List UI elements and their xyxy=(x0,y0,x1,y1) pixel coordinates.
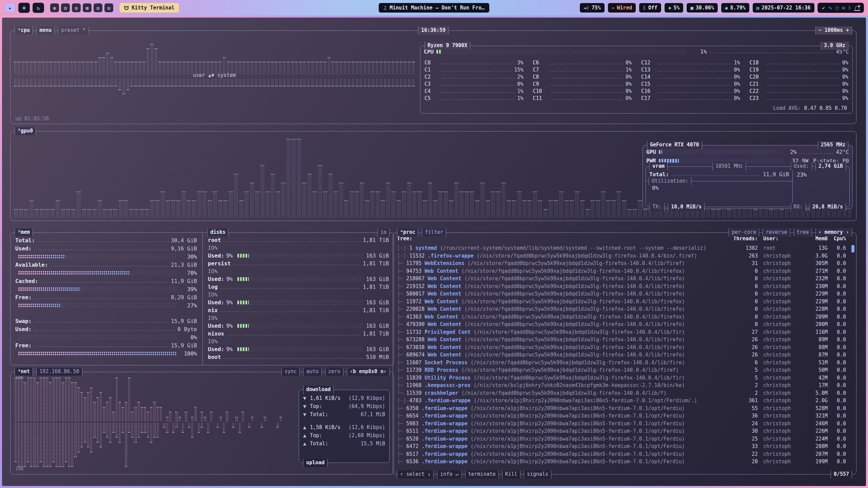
process-row[interactable]: ├─ 220028 Web Content (/nix/store/fqadd0… xyxy=(397,305,851,313)
net-zero-toggle[interactable]: zero xyxy=(325,368,343,376)
scrollbar-thumb[interactable] xyxy=(851,245,854,252)
net-sync-toggle[interactable]: sync xyxy=(281,368,300,376)
process-row[interactable]: ├─ 6536 .ferdium-wrappe (/nix/store/a1pj… xyxy=(397,458,851,465)
preset-button[interactable]: preset * xyxy=(58,26,88,35)
process-threads: 0 xyxy=(727,298,758,306)
process-pid: 11795 xyxy=(406,260,421,266)
process-row[interactable]: ├─ 580017 Web Content (/nix/store/fqadd0… xyxy=(397,290,851,298)
tool-button-4[interactable]: ▦ xyxy=(83,3,92,12)
process-row[interactable]: ├─ 219152 Web Content (/nix/store/fqadd0… xyxy=(397,283,851,290)
module-bluetooth[interactable]: ᛒOff xyxy=(639,3,662,13)
process-panel: ⁴proc filter per-core reverse tree ‹ mem… xyxy=(393,232,856,474)
module-clock[interactable]: ▤2025-07-22 16:36 xyxy=(752,3,815,13)
disk-used-row: Used:9%163 GiB xyxy=(208,322,389,330)
bluetooth-tray-icon[interactable]: ᛒ xyxy=(848,5,851,10)
vram-total-leader xyxy=(671,172,761,177)
graph-column xyxy=(119,423,121,443)
process-row[interactable]: [-]-4783 .ferdium-wrappe (/nix/store/a1p… xyxy=(397,397,851,405)
graph-column xyxy=(220,417,222,422)
process-row[interactable]: ├─ 41363 Web Content (/nix/store/fqadd0b… xyxy=(397,313,851,321)
core-meter xyxy=(657,89,732,94)
process-row[interactable]: ├─ 6520 .ferdium-wrappe (/nix/store/a1pj… xyxy=(397,435,851,443)
process-info: ├─ 41363 Web Content (/nix/store/fqadd0b… xyxy=(397,313,727,321)
module-network[interactable]: ⌁Wired xyxy=(608,3,636,13)
refresh-plus-button[interactable]: + xyxy=(846,27,849,33)
tool-button-5[interactable]: ▧ xyxy=(94,3,102,12)
tool-button-2[interactable]: ▤ xyxy=(61,3,70,12)
graph-column xyxy=(59,378,61,422)
net-auto-toggle[interactable]: auto xyxy=(303,368,321,376)
process-row[interactable]: ├─ 6472 .ferdium-wrappe (/nix/store/a1pj… xyxy=(397,443,851,450)
kitty-terminal-button[interactable]: ᗢ Kitty Terminal xyxy=(119,3,179,13)
io-toggle[interactable]: io xyxy=(377,228,390,237)
process-row[interactable]: ├─ 6654 .ferdium-wrappe (/nix/store/a1pj… xyxy=(397,412,851,420)
signals-button[interactable]: signals xyxy=(524,470,551,479)
process-command: (/run/current-system/systemd/lib/systemd… xyxy=(440,245,706,251)
process-row[interactable]: └─ 11539 crashhelper (/nix/store/fqadd0b… xyxy=(397,389,851,397)
now-playing-button[interactable]: ♫ Minuit Machine – Don't Run Fro… xyxy=(378,3,490,13)
graph-column xyxy=(627,209,631,218)
graph-column xyxy=(319,79,322,86)
graph-column xyxy=(147,412,149,422)
module-disk[interactable]: ◕8.79% xyxy=(721,3,750,13)
process-row[interactable]: ├─ 673288 Web Content (/nix/store/fqadd0… xyxy=(397,336,851,344)
memory-value: 21,3 GiB xyxy=(171,262,197,268)
refresh-minus-button[interactable]: − xyxy=(818,27,822,33)
tool-button-3[interactable]: ▥ xyxy=(72,3,81,12)
net-interface-selector[interactable]: ‹b enp8s0 n› xyxy=(347,368,390,376)
kill-button[interactable]: Kill xyxy=(502,470,520,479)
menu-button[interactable]: menu xyxy=(36,26,55,35)
launcher-button[interactable]: ✦ xyxy=(4,3,16,13)
status-check-icon[interactable]: ✔ xyxy=(822,5,825,10)
process-row[interactable]: ├─ 11839 Utility Process (/nix/store/fqa… xyxy=(397,374,851,382)
process-row[interactable]: ├─ 5983 .ferdium-wrappe (/nix/store/a1pj… xyxy=(397,420,851,428)
tool-button-1[interactable]: ▣ xyxy=(50,3,59,12)
select-hint-button[interactable]: ↑ select ↓ xyxy=(397,470,434,479)
process-row[interactable]: ├─ 218067 Web Content (/nix/store/fqadd0… xyxy=(397,275,851,283)
process-row[interactable]: ├─ 11972 Web Content (/nix/store/fqadd0b… xyxy=(397,298,851,306)
process-row[interactable]: ├─ 94753 Web Content (/nix/store/fqadd0b… xyxy=(397,267,851,275)
core-percent: 0% xyxy=(842,81,848,87)
process-row[interactable]: ├─ 689674 Web Content (/nix/store/fqadd0… xyxy=(397,351,851,359)
process-row[interactable]: [-]-11532 .firefox-wrappe (/nix/store/fq… xyxy=(397,252,851,260)
process-row[interactable]: ├─ 11739 RDD Process (/nix/store/fqadd0b… xyxy=(397,366,851,374)
reverse-toggle[interactable]: reverse xyxy=(763,228,790,237)
process-row[interactable]: ├─ 6517 .ferdium-wrappe (/nix/store/a1pj… xyxy=(397,450,851,458)
process-row[interactable]: ├─ 6511 .ferdium-wrappe (/nix/store/a1pj… xyxy=(397,427,851,435)
graph-column xyxy=(18,378,20,422)
bell-icon[interactable] xyxy=(855,6,859,10)
memory-value: 0 Byte xyxy=(177,326,197,332)
process-row[interactable]: ├─ 479390 Web Content (/nix/store/fqadd0… xyxy=(397,321,851,328)
terminate-button[interactable]: terminate xyxy=(465,470,499,479)
filter-button[interactable]: filter xyxy=(422,228,446,237)
process-row[interactable]: ├─ 673038 Web Content (/nix/store/fqadd0… xyxy=(397,344,851,351)
module-cpu[interactable]: ✱5% xyxy=(664,3,684,13)
process-cpu: 0.0 xyxy=(828,382,851,389)
module-volume[interactable]: ◄)75% xyxy=(579,3,605,13)
core-C4: C41% xyxy=(425,87,524,95)
clipboard-icon[interactable]: ▢ xyxy=(836,5,839,10)
info-hint-button[interactable]: info ↵ xyxy=(437,470,461,479)
core-percent: 0% xyxy=(734,88,740,94)
process-row[interactable]: [-]-1 systemd (/run/current-system/syste… xyxy=(397,244,851,252)
process-row[interactable]: ├─ 11968 .keepassxc-prox (/nix/store/bsl… xyxy=(397,382,851,389)
per-core-toggle[interactable]: per-core xyxy=(729,228,759,237)
tool-button-6[interactable]: ▨ xyxy=(104,3,113,12)
process-info: ├─ 6536 .ferdium-wrappe (/nix/store/a1pj… xyxy=(397,458,727,465)
tray-icons: ✔∿▢⊡ᛒ xyxy=(822,5,851,10)
process-row[interactable]: ├─ 11795 WebExtensions (/nix/store/fqadd… xyxy=(397,260,851,267)
tree-toggle[interactable]: tree xyxy=(794,228,812,237)
process-row[interactable]: ├─ 11607 Socket Process (/nix/store/fqad… xyxy=(397,359,851,367)
process-row[interactable]: ├─ 11732 Privileged Cont (/nix/store/fqa… xyxy=(397,328,851,336)
sort-column-selector[interactable]: ‹ memory › xyxy=(815,228,852,237)
nix-button[interactable]: ❄ xyxy=(18,3,30,13)
process-row[interactable]: ├─ 6350 .ferdium-wrappe (/nix/store/a1pj… xyxy=(397,405,851,412)
graph-column xyxy=(271,174,275,218)
process-info: ├─ 11739 RDD Process (/nix/store/fqadd0b… xyxy=(397,366,727,374)
graph-column xyxy=(116,423,118,438)
display-icon[interactable]: ⊡ xyxy=(842,5,845,10)
graph-column xyxy=(141,423,143,433)
reload-button[interactable]: ↻ xyxy=(33,3,44,13)
module-memory[interactable]: ▦30.06% xyxy=(686,3,718,13)
signal-icon[interactable]: ∿ xyxy=(828,5,832,10)
